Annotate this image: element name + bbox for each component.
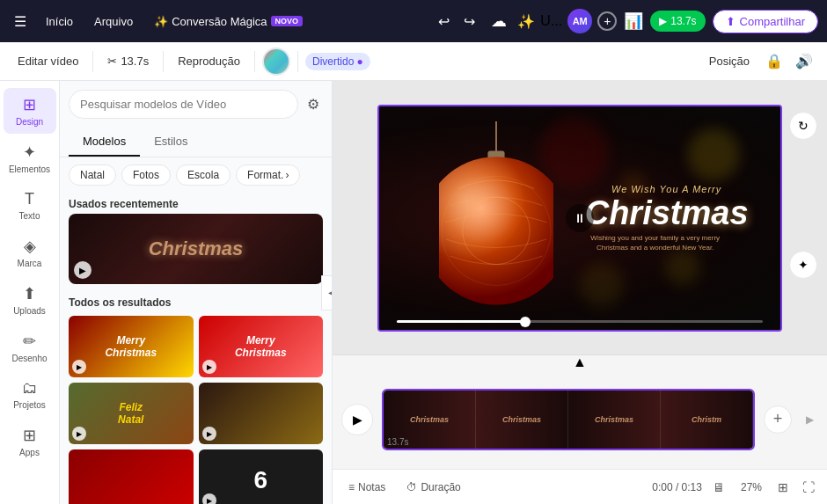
fullscreen-button[interactable]: ⛶ [799,477,818,498]
avatar[interactable]: AM [567,9,592,33]
share-button[interactable]: ⬆ Compartilhar [713,10,818,33]
canvas-wish-text: We Wish You A Merry [585,183,749,194]
replay-button[interactable]: Reprodução [171,51,247,71]
grid-item-text: FelizNatal [69,383,194,444]
canvas-magic-button[interactable]: ✦ [789,251,817,279]
draw-icon: ✏ [23,332,36,351]
sidebar-item-brand[interactable]: ◈ Marca [4,230,56,275]
canvas-area: We Wish You A Merry Christmas Wishing yo… [333,81,827,504]
list-item[interactable]: MerryChristmas ▶ [69,316,194,377]
projects-icon: 🗂 [22,379,38,398]
duration-label: Duração [421,481,460,493]
right-collapse-icon: ▶ [806,413,814,426]
magic-button[interactable]: ✨ Conversão Mágica NOVO [147,11,310,32]
recent-thumbnail: Christmas [69,214,323,284]
screen-button[interactable]: 🖥 [709,477,728,498]
file-button[interactable]: Arquivo [87,11,140,32]
panel-grid: MerryChristmas ▶ MerryChristmas ▶ FelizN… [60,312,332,504]
color-palette-button[interactable] [262,47,290,76]
add-icon: + [773,410,783,428]
undo-button[interactable]: ↩ [433,10,455,33]
notes-button[interactable]: ≡ Notas [341,478,392,497]
list-item[interactable]: ▶ [199,383,324,444]
recent-play-overlay: ▶ [74,261,91,279]
timeline-clip: Christmas Christmas Christmas Christm [384,391,753,449]
cloud-button[interactable]: ☁ [487,8,510,34]
add-user-button[interactable]: + [597,11,617,31]
grid-play-icon: ▶ [202,360,216,374]
timeline-add-button[interactable]: + [764,405,792,434]
svg-point-3 [439,157,553,304]
chip-formato[interactable]: Format. › [236,164,300,186]
canvas-pause-button[interactable]: ⏸ [566,204,594,232]
canvas-frame[interactable]: We Wish You A Merry Christmas Wishing yo… [377,105,782,332]
cloud-icon: ☁ [491,12,507,30]
home-button[interactable]: Início [39,11,80,32]
position-button[interactable]: Posição [702,51,757,71]
canvas-progress[interactable] [397,320,763,323]
chip-natal[interactable]: Natal [69,164,116,186]
redo-button[interactable]: ↪ [458,10,480,33]
lock-icon: 🔒 [765,54,783,69]
sidebar-item-apps[interactable]: ⊞ Apps [4,419,56,464]
share-label: Compartilhar [740,15,805,28]
menu-icon: ☰ [14,14,26,29]
preview-play-button[interactable]: ▶ 13.7s [650,11,705,32]
pause-icon: ⏸ [574,211,586,225]
tab-styles[interactable]: Estilos [140,128,201,157]
list-item[interactable]: FelizNatal ▶ [69,383,194,444]
edit-video-button[interactable]: Editar vídeo [11,51,85,71]
magic-star-icon: ✨ [154,15,168,28]
timeline-collapse-button[interactable]: ▲ [333,355,827,369]
text-label: Texto [19,211,40,221]
apps-icon: ⊞ [23,426,36,445]
timeline-track[interactable]: Christmas Christmas Christmas Christm [382,389,755,450]
grid-view-button[interactable]: ⊞ [774,477,792,498]
canvas-wrapper: We Wish You A Merry Christmas Wishing yo… [333,81,827,354]
grid-item-text: 6 [199,449,324,504]
search-input[interactable] [69,90,298,119]
menu-button[interactable]: ☰ [9,10,32,33]
sidebar-item-uploads[interactable]: ⬆ Uploads [4,277,56,323]
left-sidebar: ⊞ Design ✦ Elementos T Texto ◈ Marca ⬆ U… [0,81,60,504]
sidebar-item-text[interactable]: T Texto [4,183,56,228]
fun-style-button[interactable]: Divertido ● [305,53,370,70]
progress-thumb[interactable] [520,317,531,327]
bottom-bar: ≡ Notas ⏱ Duração 0:00 / 0:13 🖥 27% ⊞ ⛶ [333,469,827,504]
notes-label: Notas [358,481,385,493]
sidebar-item-projects[interactable]: 🗂 Projetos [4,372,56,417]
draw-label: Desenho [11,354,47,363]
toolbar-sep-4 [297,51,298,72]
volume-button[interactable]: 🔊 [792,49,816,73]
grid-item-text [69,449,194,504]
panel-collapse-button[interactable]: ◀ [321,275,333,310]
lock-button[interactable]: 🔒 [762,49,787,73]
stats-button[interactable]: 📊 [624,11,643,31]
panel-tabs: Modelos Estilos [60,128,332,157]
timeline-play-button[interactable]: ▶ [341,404,373,435]
grid-item-text [199,383,324,444]
sidebar-item-elements[interactable]: ✦ Elementos [4,135,56,181]
chip-escola[interactable]: Escola [176,164,231,186]
sidebar-item-draw[interactable]: ✏ Desenho [4,325,56,370]
canvas-background: We Wish You A Merry Christmas Wishing yo… [379,106,780,330]
canvas-ornament [439,106,562,330]
toolbar-sep-1 [92,51,93,72]
grid-play-icon: ▶ [202,427,216,441]
filter-button[interactable]: ⚙ [304,92,323,116]
crown-icon: ✨ [517,13,535,30]
grid-play-icon: ▶ [72,427,86,441]
tab-models[interactable]: Modelos [69,128,140,157]
grid-play-icon: ▶ [202,493,216,504]
duration-button[interactable]: ⏱ Duração [399,478,467,497]
recent-item[interactable]: Christmas ▶ [69,214,323,284]
list-item[interactable] [69,449,194,504]
timeline-right-collapse[interactable]: ▶ [801,413,818,426]
trim-button[interactable]: ✂ 13.7s [100,51,156,71]
list-item[interactable]: 6 ▶ [199,449,324,504]
rotate-button[interactable]: ↻ [789,112,817,140]
chip-fotos[interactable]: Fotos [121,164,171,186]
list-item[interactable]: MerryChristmas ▶ [199,316,324,377]
sidebar-item-design[interactable]: ⊞ Design [4,88,56,134]
progress-fill [397,320,525,323]
